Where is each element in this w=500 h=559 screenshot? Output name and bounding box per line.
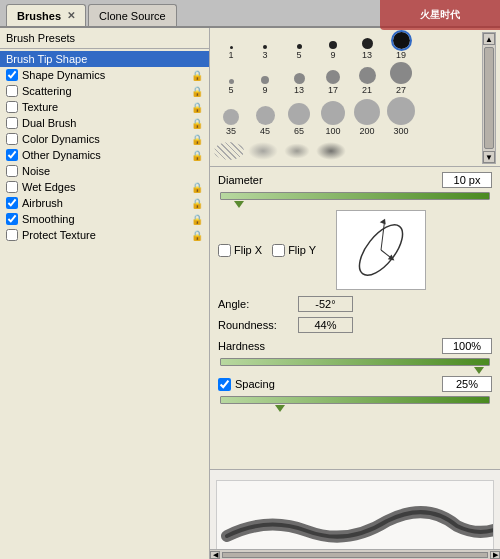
other-dynamics-lock-icon: 🔒 bbox=[191, 150, 203, 161]
sidebar-item-brush-tip-shape[interactable]: Brush Tip Shape bbox=[0, 51, 209, 67]
sidebar-item-smoothing[interactable]: Smoothing 🔒 bbox=[0, 211, 209, 227]
brush-dot-3 bbox=[263, 45, 267, 49]
flip-y-checkbox[interactable] bbox=[272, 244, 285, 257]
sidebar-item-scattering[interactable]: Scattering 🔒 bbox=[0, 83, 209, 99]
sidebar-items: Brush Tip Shape Shape Dynamics 🔒 Scatter… bbox=[0, 49, 209, 559]
diameter-slider-row bbox=[218, 192, 492, 200]
brush-label-9: 9 bbox=[330, 50, 335, 60]
dual-brush-checkbox[interactable] bbox=[6, 117, 18, 129]
tab-brushes-close[interactable]: ✕ bbox=[67, 10, 75, 21]
hardness-label: Hardness bbox=[218, 340, 298, 352]
other-dynamics-checkbox[interactable] bbox=[6, 149, 18, 161]
preview-scroll-left[interactable]: ◀ bbox=[210, 551, 220, 559]
sidebar-item-color-dynamics[interactable]: Color Dynamics 🔒 bbox=[0, 131, 209, 147]
color-dynamics-checkbox[interactable] bbox=[6, 133, 18, 145]
sidebar-item-wet-edges[interactable]: Wet Edges 🔒 bbox=[0, 179, 209, 195]
roundness-input[interactable] bbox=[298, 317, 353, 333]
airbrush-checkbox[interactable] bbox=[6, 197, 18, 209]
brush-cell-17[interactable]: 17 bbox=[316, 70, 350, 95]
sidebar-item-noise[interactable]: Noise bbox=[0, 163, 209, 179]
sidebar-item-shape-dynamics[interactable]: Shape Dynamics 🔒 bbox=[0, 67, 209, 83]
scrollbar-down-btn[interactable]: ▼ bbox=[483, 151, 495, 163]
brush-dot-65 bbox=[288, 103, 310, 125]
diameter-slider-thumb[interactable] bbox=[234, 201, 244, 208]
brush-cell-35[interactable]: 35 bbox=[214, 109, 248, 136]
brush-dot-17 bbox=[326, 70, 340, 84]
diameter-slider-track[interactable] bbox=[220, 192, 490, 200]
brush-scrollbar[interactable]: ▲ ▼ bbox=[482, 32, 496, 164]
watermark: 火星时代 bbox=[380, 0, 500, 30]
hardness-value[interactable]: 100% bbox=[442, 338, 492, 354]
shape-dynamics-label: Shape Dynamics bbox=[22, 69, 189, 81]
hardness-slider-track[interactable] bbox=[220, 358, 490, 366]
scrollbar-thumb[interactable] bbox=[484, 47, 494, 149]
roundness-label: Roundness: bbox=[218, 319, 298, 331]
brush-cell-5[interactable]: 5 bbox=[282, 44, 316, 60]
texture-lock-icon: 🔒 bbox=[191, 102, 203, 113]
flip-row: Flip X Flip Y bbox=[218, 210, 492, 290]
brush-cell-13[interactable]: 13 bbox=[350, 38, 384, 60]
tab-clone-source[interactable]: Clone Source bbox=[88, 4, 177, 26]
brush-cell-27[interactable]: 27 bbox=[384, 62, 418, 95]
angle-input[interactable] bbox=[298, 296, 353, 312]
preview-scroll-right[interactable]: ▶ bbox=[490, 551, 500, 559]
texture-checkbox[interactable] bbox=[6, 101, 18, 113]
content-right: 1 3 5 9 bbox=[210, 28, 500, 559]
sidebar-item-texture[interactable]: Texture 🔒 bbox=[0, 99, 209, 115]
brush-cell-9[interactable]: 9 bbox=[316, 41, 350, 60]
brush-cell-100[interactable]: 100 bbox=[316, 101, 350, 136]
hardness-slider-thumb[interactable] bbox=[474, 367, 484, 374]
brush-cell-65[interactable]: 65 bbox=[282, 103, 316, 136]
brush-cell-9b[interactable]: 9 bbox=[248, 76, 282, 95]
wet-edges-lock-icon: 🔒 bbox=[191, 182, 203, 193]
spacing-checkbox[interactable] bbox=[218, 378, 231, 391]
brush-label-200: 200 bbox=[359, 126, 374, 136]
sidebar-item-protect-texture[interactable]: Protect Texture 🔒 bbox=[0, 227, 209, 243]
brush-texture-3[interactable] bbox=[282, 142, 312, 160]
tab-brushes-label: Brushes bbox=[17, 10, 61, 22]
brush-label-5: 5 bbox=[296, 50, 301, 60]
brush-texture-1[interactable] bbox=[214, 142, 244, 160]
flip-x-checkbox[interactable] bbox=[218, 244, 231, 257]
scattering-label: Scattering bbox=[22, 85, 189, 97]
brush-dot-5b bbox=[229, 79, 234, 84]
brush-dot-100 bbox=[321, 101, 345, 125]
brush-cell-1[interactable]: 1 bbox=[214, 46, 248, 60]
spacing-slider-track[interactable] bbox=[220, 396, 490, 404]
brush-cell-5b[interactable]: 5 bbox=[214, 79, 248, 95]
brush-cell-200[interactable]: 200 bbox=[350, 99, 384, 136]
brush-dot-13 bbox=[362, 38, 373, 49]
flip-x-label[interactable]: Flip X bbox=[218, 244, 262, 257]
noise-checkbox[interactable] bbox=[6, 165, 18, 177]
brush-texture-4[interactable] bbox=[316, 142, 346, 160]
brush-cell-45[interactable]: 45 bbox=[248, 106, 282, 136]
preview-scroll-thumb[interactable] bbox=[222, 552, 488, 558]
brush-cell-19[interactable]: 19 bbox=[384, 32, 418, 60]
scrollbar-up-btn[interactable]: ▲ bbox=[483, 33, 495, 45]
wet-edges-checkbox[interactable] bbox=[6, 181, 18, 193]
preview-scrollbar[interactable]: ◀ ▶ bbox=[210, 549, 500, 559]
scattering-checkbox[interactable] bbox=[6, 85, 18, 97]
sidebar-item-other-dynamics[interactable]: Other Dynamics 🔒 bbox=[0, 147, 209, 163]
brush-cell-13b[interactable]: 13 bbox=[282, 73, 316, 95]
brush-label-19: 19 bbox=[396, 50, 406, 60]
diameter-row: Diameter 10 px bbox=[218, 172, 492, 188]
brush-label-13: 13 bbox=[362, 50, 372, 60]
sidebar-item-dual-brush[interactable]: Dual Brush 🔒 bbox=[0, 115, 209, 131]
preview-strip: ◀ ▶ bbox=[210, 469, 500, 559]
flip-y-label[interactable]: Flip Y bbox=[272, 244, 316, 257]
brush-cell-300[interactable]: 300 bbox=[384, 97, 418, 136]
shape-dynamics-checkbox[interactable] bbox=[6, 69, 18, 81]
brush-texture-2[interactable] bbox=[248, 142, 278, 160]
brush-cell-21[interactable]: 21 bbox=[350, 67, 384, 95]
smoothing-checkbox[interactable] bbox=[6, 213, 18, 225]
brush-label-13b: 13 bbox=[294, 85, 304, 95]
diameter-value[interactable]: 10 px bbox=[442, 172, 492, 188]
protect-texture-checkbox[interactable] bbox=[6, 229, 18, 241]
tab-brushes[interactable]: Brushes ✕ bbox=[6, 4, 86, 26]
sidebar-item-airbrush[interactable]: Airbrush 🔒 bbox=[0, 195, 209, 211]
spacing-slider-thumb[interactable] bbox=[275, 405, 285, 412]
dual-brush-lock-icon: 🔒 bbox=[191, 118, 203, 129]
spacing-value[interactable]: 25% bbox=[442, 376, 492, 392]
brush-cell-3[interactable]: 3 bbox=[248, 45, 282, 60]
